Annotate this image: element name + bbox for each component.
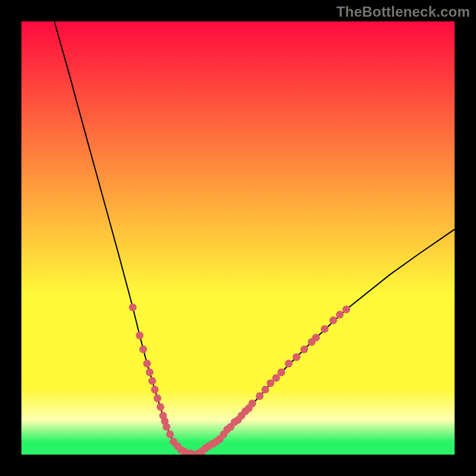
highlight-dot (136, 331, 143, 339)
watermark-text: TheBottleneck.com (336, 4, 470, 20)
highlight-dot (343, 306, 350, 314)
highlight-dot (277, 368, 285, 376)
highlight-dot (300, 346, 308, 353)
highlight-dot (162, 423, 170, 431)
highlight-dot (249, 400, 256, 408)
gradient-background (21, 21, 455, 455)
bottleneck-chart (21, 21, 455, 455)
highlight-dot (148, 377, 156, 385)
highlight-dot (154, 394, 161, 402)
highlight-dot (330, 317, 337, 324)
highlight-dot (256, 392, 264, 400)
highlight-dot (285, 360, 293, 368)
highlight-dot (143, 360, 151, 368)
highlight-dot (261, 386, 269, 393)
highlight-dot (166, 430, 174, 438)
highlight-dot (146, 368, 154, 376)
highlight-dot (129, 303, 137, 311)
highlight-dot (151, 386, 159, 393)
highlight-dot (336, 311, 344, 318)
highlight-dot (321, 325, 328, 333)
highlight-dot (139, 346, 147, 353)
highlight-dot (156, 403, 164, 411)
highlight-dot (293, 353, 300, 361)
highlight-dot (312, 334, 320, 342)
chart-frame (21, 21, 455, 455)
